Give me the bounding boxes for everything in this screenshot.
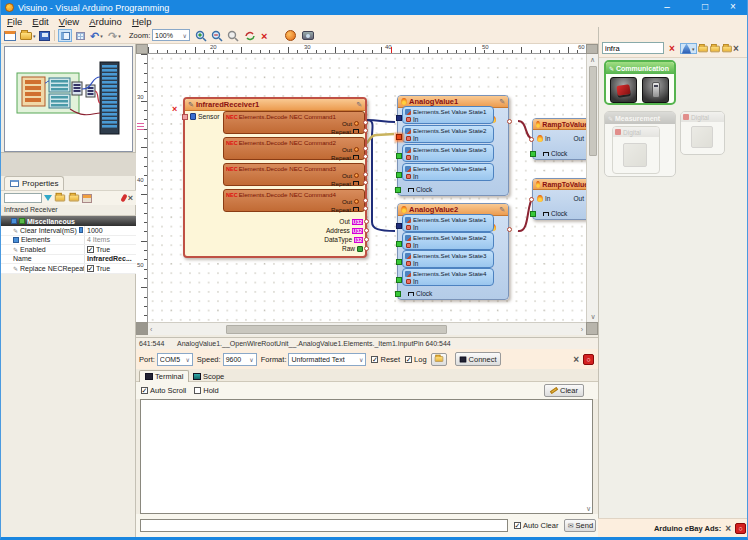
analog1-clock-pin[interactable]: Clock [400,186,432,193]
close-button[interactable]: × [719,0,747,15]
zoom-in-button[interactable] [195,29,207,42]
clock-connector[interactable] [530,211,536,217]
clear-search-icon[interactable]: × [669,43,675,54]
scroll-left-arrow[interactable]: ‹ [150,325,152,334]
grid-view-toggle[interactable] [73,29,87,42]
in-connector-connected[interactable] [396,115,402,121]
pin-raw[interactable]: Raw [342,245,363,252]
communication-header[interactable]: ✎ Communication [606,62,674,74]
component-analog-value-1[interactable]: AnalogValue1 ✎ Out Elements.Set Value St… [397,95,509,196]
log-checkbox[interactable]: ✓Log [405,355,427,364]
send-input[interactable] [140,519,508,532]
component-infrared-receiver-item[interactable] [610,77,637,103]
expand-categories-button[interactable] [709,43,721,54]
pin-repeat[interactable] [363,206,368,211]
zoom-combobox[interactable]: 100%∨ [152,29,190,41]
wizard-button[interactable]: ▾ [680,43,697,54]
element-decode-nec-2[interactable]: NECElements.Decode NEC Command2 Out Repe… [223,137,365,160]
elements-expander-icon[interactable] [13,237,19,243]
auto-clear-checkbox[interactable]: ✓Auto Clear [514,521,558,530]
filter-icon[interactable] [44,195,52,201]
category-digital[interactable]: Digital [680,111,725,155]
connect-button[interactable]: Connect [455,352,501,366]
element-decode-nec-4[interactable]: NECElements.Decode NEC Command4 Out Repe… [223,189,365,212]
tab-scope[interactable]: Scope [188,370,229,382]
vertical-scroll-thumb[interactable] [589,66,597,156]
component-edit-icon[interactable]: ✎ [356,101,362,109]
panels-view-toggle[interactable] [58,29,72,42]
element-set-value-2[interactable]: Elements.Set Value State2 In [402,232,494,250]
element-set-value-4[interactable]: Elements.Set Value State4 In [402,163,494,181]
in-connector[interactable] [396,241,402,247]
properties-filter-input[interactable] [4,193,42,203]
terminal-output[interactable]: ∨ [140,399,593,514]
menu-help[interactable]: Help [132,16,152,27]
save-button[interactable] [39,29,50,42]
expand-all-icon[interactable] [55,195,65,202]
speed-combobox[interactable]: 9600∨ [223,353,257,366]
component-remote-item[interactable] [642,77,669,103]
component-ramp-to-value-1[interactable]: RampToValue1 In Out Clock [532,118,586,160]
horizontal-scroll-thumb[interactable] [226,325,447,334]
maximize-button[interactable]: □ [691,0,719,15]
element-set-value-3[interactable]: Elements.Set Value State3 In [402,250,494,268]
disconnect-tools-icon[interactable]: × [573,354,579,365]
terminal-scroll-arrow[interactable]: ∨ [586,504,591,513]
reset-property-icon[interactable]: × [128,193,133,203]
component-ramp-to-value-2[interactable]: RampToValue2 In Out Clock [532,178,586,220]
pin-icon[interactable] [120,194,127,203]
ramp2-clock-pin[interactable]: Clock [535,210,567,217]
element-decode-nec-3[interactable]: NECElements.Decode NEC Command3 Out Repe… [223,163,365,186]
category-measurement[interactable]: ✎ Measurement Digital [604,111,676,177]
pin-out-u32[interactable]: OutU32 [339,218,363,225]
subcategory-digital[interactable]: Digital [612,126,660,174]
port-combobox[interactable]: COM5 (∨ [157,353,193,366]
close-ads-icon[interactable]: × [725,523,731,534]
redo-button[interactable]: ↷▾ [108,29,121,42]
in-connector[interactable] [396,172,402,178]
scroll-up-arrow[interactable]: ∧ [587,55,598,64]
component-edit-icon[interactable]: ✎ [499,98,505,106]
element-set-value-2[interactable]: Elements.Set Value State2 In [402,125,494,143]
scroll-right-arrow[interactable]: › [581,325,583,334]
collapse-categories-button[interactable] [721,43,733,54]
pin-out[interactable] [363,120,368,125]
format-combobox[interactable]: Unformatted Text∨ [288,353,366,366]
screenshot-button[interactable] [302,29,314,42]
ramp1-header[interactable]: RampToValue1 [533,119,586,130]
canvas-horizontal-scrollbar[interactable]: ‹ › [148,322,586,335]
property-row-name[interactable]: Name InfraredRec... [1,255,136,265]
delete-button[interactable]: × [261,29,267,42]
property-row-enabled[interactable]: ✎Enabled ✓True [1,245,136,255]
in-connector[interactable] [396,153,402,159]
menu-view[interactable]: View [59,16,79,27]
pin-datatype-i32[interactable]: DataTypeI32 [324,236,363,243]
undo-button[interactable]: ↶▾ [90,29,103,42]
sensor-pin[interactable]: Sensor [182,113,220,120]
ramp1-in-pin[interactable] [529,137,534,142]
open-project-button[interactable]: ▾ [20,29,36,42]
clock-connector[interactable] [530,151,536,157]
pin-address-u32[interactable]: AddressU32 [326,227,363,234]
element-set-value-1[interactable]: Elements.Set Value State1 In [402,214,494,232]
tab-properties[interactable]: Properties [4,176,64,190]
project-minimap[interactable] [4,46,133,152]
pin-repeat[interactable] [363,154,368,159]
property-category-row[interactable]: Miscellaneous [1,216,136,226]
clock-connector[interactable] [395,187,401,193]
analog2-clock-pin[interactable]: Clock [400,290,432,297]
close-palette-icon[interactable]: × [733,43,739,54]
ramp1-clock-pin[interactable]: Clock [535,150,567,157]
log-file-button[interactable] [431,353,447,366]
pin-repeat[interactable] [363,180,368,185]
pin-repeat[interactable] [363,128,368,133]
infrared-header[interactable]: ✎ InfraredReceiver1 ✎ [185,99,365,111]
pin-out[interactable] [363,172,368,177]
categorized-view-icon[interactable] [82,194,92,203]
ramp2-header[interactable]: RampToValue2 [533,179,586,190]
element-decode-nec-1[interactable]: NECElements.Decode NEC Command1 Out Repe… [223,111,365,134]
ads-block-icon[interactable]: ○ [735,523,746,534]
replace-checkbox[interactable]: ✓ [87,265,94,272]
send-button[interactable]: ✉Send [564,519,596,532]
zoom-reset-button[interactable] [227,29,239,42]
